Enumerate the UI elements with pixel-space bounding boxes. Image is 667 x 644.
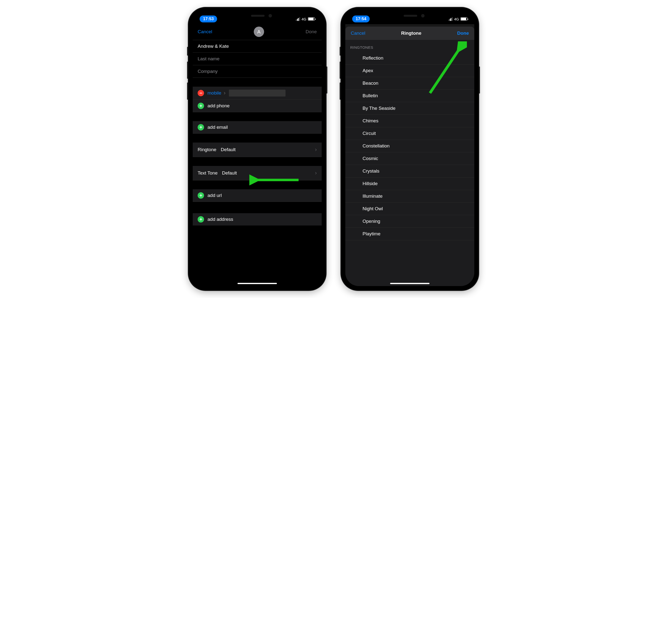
add-email-label: add email — [208, 125, 228, 130]
chevron-right-icon: › — [315, 146, 317, 153]
mobile-label[interactable]: mobile — [208, 90, 221, 96]
ringtone-item[interactable]: Crystals — [345, 165, 474, 177]
ringtone-item[interactable]: By The Seaside — [345, 102, 474, 115]
signal-icon — [449, 17, 453, 21]
first-name-field[interactable]: Andrew & Kate — [193, 40, 322, 53]
home-indicator[interactable] — [390, 283, 429, 284]
notch — [229, 12, 286, 20]
ringtone-item[interactable]: Reflection — [345, 52, 474, 64]
battery-icon — [460, 17, 467, 21]
ringtone-item[interactable]: Bulletin — [345, 90, 474, 102]
phone-frame-right: 17:54 4G Cancel Ringtone Done RINGTONES … — [341, 7, 479, 290]
ringtone-item[interactable]: Constellation — [345, 140, 474, 152]
add-email-row[interactable]: + add email — [193, 121, 322, 134]
ringtone-item[interactable]: Cosmic — [345, 152, 474, 165]
done-button[interactable]: Done — [306, 29, 317, 34]
add-url-row[interactable]: + add url — [193, 189, 322, 202]
ringtone-item[interactable]: Illuminate — [345, 190, 474, 203]
ringtone-sheet: Cancel Ringtone Done RINGTONES Reflectio… — [345, 27, 474, 286]
chevron-right-icon: › — [224, 90, 225, 96]
ringtone-row[interactable]: Ringtone Default › — [193, 143, 322, 157]
cancel-button[interactable]: Cancel — [351, 31, 365, 36]
plus-icon: + — [198, 124, 204, 130]
last-name-field[interactable]: Last name — [193, 53, 322, 65]
add-phone-label: add phone — [208, 103, 230, 109]
chevron-right-icon: › — [315, 170, 317, 176]
texttone-row[interactable]: Text Tone Default › — [193, 166, 322, 180]
minus-icon[interactable]: − — [198, 90, 204, 96]
add-url-label: add url — [208, 193, 222, 198]
battery-icon — [308, 17, 315, 21]
network-label: 4G — [454, 17, 459, 21]
texttone-value: Default — [222, 170, 315, 176]
company-field[interactable]: Company — [193, 65, 322, 78]
status-time: 17:54 — [352, 16, 370, 22]
mobile-phone-row[interactable]: − mobile › — [193, 87, 322, 100]
ringtone-item[interactable]: Playtime — [345, 228, 474, 240]
plus-icon: + — [198, 103, 204, 109]
plus-icon: + — [198, 216, 204, 223]
ringtone-item[interactable]: Apex — [345, 64, 474, 77]
ringtone-label: Ringtone — [198, 147, 216, 152]
plus-icon: + — [198, 192, 204, 199]
add-phone-row[interactable]: + add phone — [193, 100, 322, 112]
network-label: 4G — [302, 17, 306, 21]
ringtone-item[interactable]: Opening — [345, 215, 474, 228]
ringtone-value: Default — [221, 147, 315, 152]
ringtone-item[interactable]: Beacon — [345, 77, 474, 90]
done-button[interactable]: Done — [457, 31, 469, 36]
home-indicator[interactable] — [238, 283, 277, 284]
ringtone-item[interactable]: Chimes — [345, 115, 474, 127]
phone-number-redacted[interactable] — [229, 90, 286, 97]
ringtone-list[interactable]: ReflectionApexBeaconBulletinBy The Seasi… — [345, 52, 474, 240]
avatar[interactable]: A — [254, 27, 264, 37]
ringtone-item[interactable]: Night Owl — [345, 203, 474, 215]
avatar-letter: A — [257, 29, 260, 35]
phone-frame-left: 17:53 4G Cancel A Done Andrew & Kate Las… — [188, 7, 326, 290]
ringtones-section-header: RINGTONES — [345, 40, 474, 52]
cancel-button[interactable]: Cancel — [198, 29, 212, 34]
ringtone-item[interactable]: Hillside — [345, 177, 474, 190]
notch — [381, 12, 438, 20]
sheet-title: Ringtone — [401, 31, 421, 36]
add-address-label: add address — [208, 216, 233, 222]
nav-bar: Cancel A Done — [193, 24, 322, 40]
add-address-row[interactable]: + add address — [193, 213, 322, 225]
status-time: 17:53 — [200, 16, 217, 22]
signal-icon — [296, 17, 300, 21]
ringtone-item[interactable]: Circuit — [345, 127, 474, 140]
texttone-label: Text Tone — [198, 170, 217, 176]
